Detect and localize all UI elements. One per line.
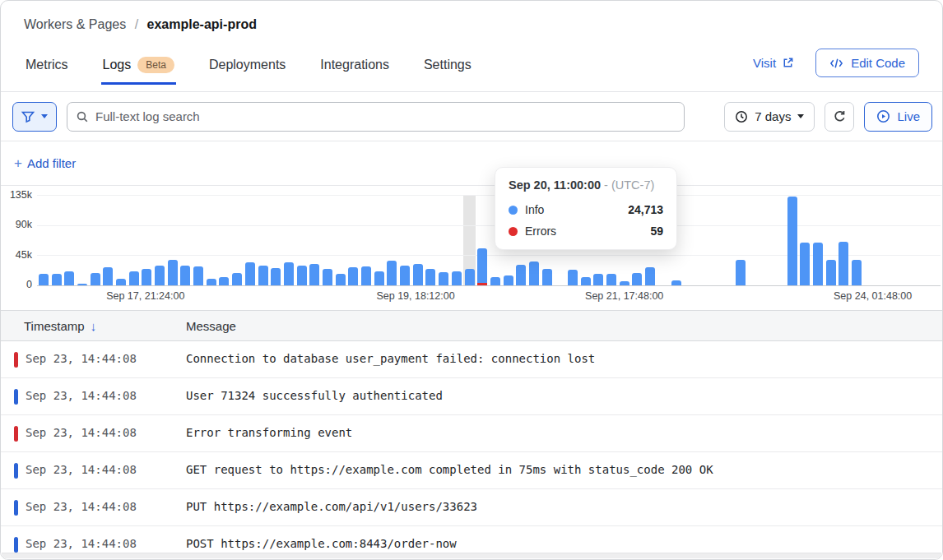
chart-bar-slot[interactable] [411, 195, 425, 285]
live-button[interactable]: Live [864, 102, 932, 132]
chart-bar-slot[interactable] [76, 195, 89, 285]
log-volume-chart: 135k 90k 45k 0 Sep 17, 21:24:00Sep 19, 1… [1, 186, 942, 310]
visit-link[interactable]: Visit [753, 56, 794, 70]
chart-bar-slot[interactable] [682, 195, 695, 285]
gridline [37, 195, 941, 196]
chart-bar-slot[interactable] [230, 195, 244, 285]
chart-bar-slot[interactable] [295, 195, 309, 285]
refresh-button[interactable] [825, 102, 854, 132]
chart-bar-slot[interactable] [373, 195, 386, 285]
chart-bar-slot[interactable] [902, 195, 915, 285]
info-bar [671, 280, 681, 285]
info-bar [645, 267, 655, 285]
chart-bar-slot[interactable] [927, 195, 941, 285]
chart-bar-slot[interactable] [811, 195, 825, 285]
chart-bar-slot[interactable] [321, 195, 334, 285]
x-axis-ticks: Sep 17, 21:24:00Sep 19, 18:12:00Sep 21, … [37, 290, 941, 303]
chart-bar-slot[interactable] [450, 195, 463, 285]
chart-bar-slot[interactable] [695, 195, 708, 285]
info-bar [504, 275, 513, 285]
info-bar [593, 274, 603, 285]
severity-indicator-info [14, 463, 18, 479]
add-filter-button[interactable]: + Add filter [14, 155, 76, 172]
tooltip-value: 59 [650, 224, 663, 238]
chart-bar-slot[interactable] [218, 195, 231, 285]
chart-bar-slot[interactable] [838, 195, 851, 285]
breadcrumb-current: example-api-prod [147, 17, 257, 31]
column-header-timestamp[interactable]: Timestamp ↓ [24, 319, 96, 333]
chart-bar-slot[interactable] [799, 195, 812, 285]
chart-bar-slot[interactable] [398, 195, 411, 285]
add-filter-label: Add filter [27, 156, 76, 170]
chart-bar-slot[interactable] [101, 195, 114, 285]
chart-bar-slot[interactable] [50, 195, 63, 285]
info-bar [348, 267, 358, 285]
chart-bar-slot[interactable] [114, 195, 128, 285]
app-window: Workers & Pages / example-api-prod Metri… [0, 0, 943, 560]
table-row[interactable]: Sep 23, 14:44:08Connection to database u… [1, 341, 942, 378]
chart-bar-slot[interactable] [708, 195, 722, 285]
chart-bar-slot[interactable] [205, 195, 218, 285]
chart-bar-slot[interactable] [153, 195, 166, 285]
chart-bar-slot[interactable] [334, 195, 347, 285]
info-bar [787, 197, 797, 285]
chart-bar-slot[interactable] [179, 195, 193, 285]
chart-bar-slot[interactable] [773, 195, 786, 285]
table-row[interactable]: Sep 23, 14:44:08Error transforming event [1, 415, 942, 452]
chart-bar-slot[interactable] [463, 195, 476, 285]
chart-bar-slot[interactable] [63, 195, 76, 285]
search-input[interactable] [67, 102, 685, 132]
chart-bar-slot[interactable] [192, 195, 205, 285]
chart-bar-slot[interactable] [269, 195, 282, 285]
chart-bar-slot[interactable] [863, 195, 876, 285]
tab-integrations[interactable]: Integrations [318, 49, 391, 84]
info-bar [632, 273, 642, 285]
tab-metrics[interactable]: Metrics [24, 49, 70, 84]
chart-bar-slot[interactable] [734, 195, 747, 285]
chart-bar-slot[interactable] [889, 195, 902, 285]
chart-bar-slot[interactable] [721, 195, 734, 285]
log-timestamp: Sep 23, 14:44:08 [26, 537, 137, 550]
info-bar [465, 269, 475, 285]
horizontal-scrollbar[interactable] [2, 553, 941, 558]
chart-bar-slot[interactable] [425, 195, 438, 285]
tab-deployments[interactable]: Deployments [207, 49, 287, 84]
time-range-select[interactable]: 7 days [724, 102, 815, 132]
info-bar [309, 264, 319, 285]
chart-bar-slot[interactable] [347, 195, 360, 285]
chart-bar-slot[interactable] [244, 195, 257, 285]
table-row[interactable]: Sep 23, 14:44:08GET request to https://e… [1, 452, 942, 489]
chart-bar-slot[interactable] [437, 195, 450, 285]
chart-bar-slot[interactable] [257, 195, 270, 285]
severity-indicator-error [14, 352, 18, 368]
chart-bar-slot[interactable] [166, 195, 179, 285]
add-filter-row: + Add filter [1, 141, 942, 186]
chart-bar-slot[interactable] [360, 195, 373, 285]
chart-bar-slot[interactable] [825, 195, 838, 285]
chart-bar-slot[interactable] [37, 195, 50, 285]
info-bar [413, 264, 423, 285]
chart-bar-slot[interactable] [476, 195, 489, 285]
chart-bar-slot[interactable] [850, 195, 863, 285]
chart-bar-slot[interactable] [141, 195, 154, 285]
tab-logs[interactable]: Logs Beta [101, 49, 176, 85]
table-row[interactable]: Sep 23, 14:44:08User 71324 successfully … [1, 378, 942, 415]
chart-bar-slot[interactable] [915, 195, 928, 285]
chart-bar-slot[interactable] [747, 195, 760, 285]
plus-icon: + [14, 155, 22, 172]
chart-bar-slot[interactable] [760, 195, 773, 285]
edit-code-button[interactable]: Edit Code [815, 49, 919, 77]
chart-bar-slot[interactable] [386, 195, 399, 285]
chart-bar-slot[interactable] [876, 195, 890, 285]
chart-bar-slot[interactable] [128, 195, 141, 285]
chart-bar-slot[interactable] [786, 195, 799, 285]
chart-plot [37, 195, 941, 285]
breadcrumb-parent[interactable]: Workers & Pages [24, 17, 126, 31]
chart-bar-slot[interactable] [282, 195, 295, 285]
tab-settings[interactable]: Settings [422, 49, 473, 84]
chart-bar-slot[interactable] [308, 195, 321, 285]
filter-menu-button[interactable] [12, 102, 57, 132]
table-row[interactable]: Sep 23, 14:44:08PUT https://example.com/… [1, 489, 942, 526]
chart-bar-slot[interactable] [89, 195, 102, 285]
severity-indicator-info [14, 389, 18, 405]
